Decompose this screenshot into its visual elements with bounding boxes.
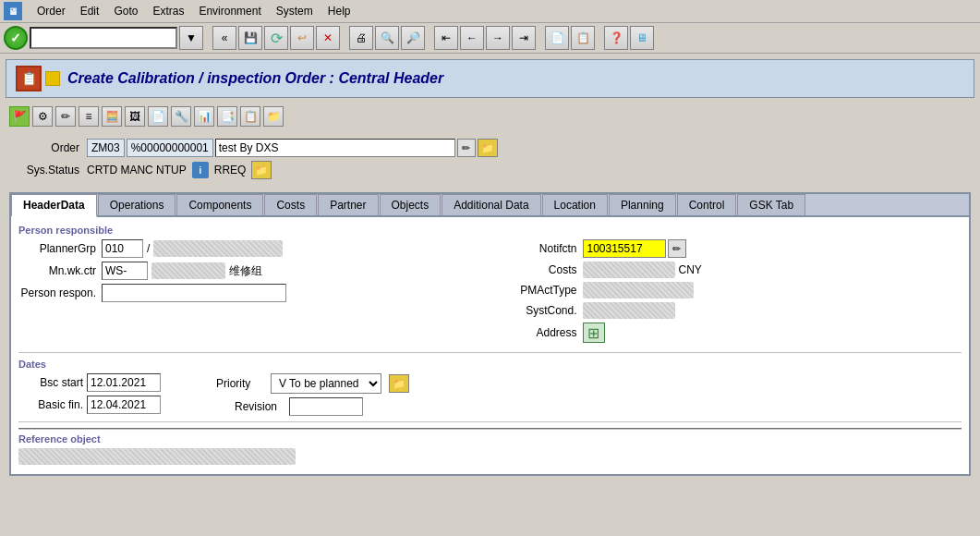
tab-planning[interactable]: Planning	[609, 194, 676, 215]
planner-grp-label: PlannerGrp	[18, 242, 102, 255]
nav2-btn[interactable]: 📋	[571, 26, 595, 50]
menu-extras[interactable]: Extras	[145, 3, 191, 19]
person-respon-input[interactable]	[102, 284, 286, 302]
sys-status-text: CRTD MANC NTUP	[87, 164, 187, 177]
tab-gsk[interactable]: GSK Tab	[737, 194, 805, 215]
menu-system[interactable]: System	[269, 3, 321, 19]
address-row: Address ⊞	[500, 323, 962, 343]
divider2	[18, 421, 962, 422]
priority-folder-btn[interactable]: 📁	[389, 374, 409, 393]
order-fields-area: Order ZM03 %00000000001 ✏ 📁 Sys.Status C…	[6, 135, 974, 187]
order-type: ZM03	[87, 139, 125, 157]
menu-goto[interactable]: Goto	[106, 3, 145, 19]
command-input[interactable]	[30, 27, 177, 49]
syst-cond-row: SystCond.	[500, 302, 962, 319]
order-value: ZM03 %00000000001 ✏ 📁	[87, 139, 498, 157]
menu-order[interactable]: Order	[30, 3, 73, 19]
priority-group: Priority V To be planned 📁	[216, 373, 409, 394]
mn-wk-ctr-prefix-input[interactable]	[102, 262, 148, 280]
pm-act-type-censored	[583, 282, 694, 298]
wrench-btn[interactable]: 🔧	[171, 106, 191, 127]
notifctn-label: Notifctn	[500, 242, 583, 255]
cancel-btn[interactable]: ✕	[316, 26, 340, 50]
folder2-btn[interactable]: 📁	[263, 106, 284, 127]
bsc-start-input[interactable]	[87, 373, 161, 392]
address-label: Address	[500, 326, 583, 339]
first-btn[interactable]: ⇤	[434, 26, 458, 50]
order-edit-btn[interactable]: ✏	[457, 139, 476, 157]
image-btn[interactable]: 🖼	[125, 106, 145, 127]
sys-status-value: CRTD MANC NTUP i RREQ 📁	[87, 161, 272, 179]
reference-object-section: Reference object	[18, 428, 962, 467]
back-btn[interactable]: «	[212, 26, 236, 50]
revision-group: Revision	[216, 397, 409, 416]
nav1-btn[interactable]: 📄	[545, 26, 569, 50]
undo-btn[interactable]: ↩	[290, 26, 314, 50]
doc-btn[interactable]: 📄	[148, 106, 168, 127]
info-icon[interactable]: i	[192, 162, 209, 178]
tab-objects[interactable]: Objects	[380, 194, 442, 215]
last-btn[interactable]: ⇥	[512, 26, 536, 50]
mn-wk-ctr-row: Mn.wk.ctr 维修组	[18, 262, 481, 280]
clipboard-btn[interactable]: 📋	[240, 106, 260, 127]
order-folder-btn[interactable]: 📁	[478, 139, 498, 157]
tools-btn[interactable]: ⚙	[32, 106, 53, 127]
dates-row: Bsc start Basic fin. Priority	[18, 373, 962, 416]
menu-help[interactable]: Help	[321, 3, 358, 19]
save-btn[interactable]: 💾	[238, 26, 262, 50]
menu-environment[interactable]: Environment	[191, 3, 268, 19]
planner-grp-input[interactable]	[102, 239, 143, 258]
help-btn[interactable]: ❓	[604, 26, 628, 50]
menu-edit[interactable]: Edit	[73, 3, 107, 19]
tab-components[interactable]: Components	[176, 194, 263, 215]
find-next-btn[interactable]: 🔎	[401, 26, 425, 50]
tab-partner[interactable]: Partner	[318, 194, 378, 215]
person-respon-label: Person respon.	[18, 286, 102, 299]
revision-label: Revision	[235, 400, 285, 413]
monitor-btn[interactable]: 🖥	[630, 26, 654, 50]
header-panel: 📋 Create Calibration / inspection Order …	[6, 59, 974, 98]
slash-sep: /	[143, 242, 153, 255]
notifctn-edit-btn[interactable]: ✏	[668, 239, 686, 258]
revision-input[interactable]	[289, 397, 363, 416]
order-row: Order ZM03 %00000000001 ✏ 📁	[9, 139, 971, 157]
edit-btn[interactable]: ✏	[55, 106, 76, 127]
ok-button[interactable]: ✓	[4, 26, 28, 50]
report-btn[interactable]: 📑	[217, 106, 237, 127]
dropdown-btn[interactable]: ▼	[179, 26, 203, 50]
order-number: %00000000001	[127, 139, 213, 157]
menu-bar: 🖥 Order Edit Goto Extras Environment Sys…	[0, 0, 980, 23]
person-responsible-label: Person responsible	[18, 225, 962, 236]
tab-location[interactable]: Location	[542, 194, 608, 215]
right-column: Notifctn 100315517 ✏ Costs CNY PMActType	[500, 239, 962, 347]
dates-section: Dates Bsc start Basic fin.	[18, 359, 962, 416]
sys-status-extra: RREQ	[214, 164, 247, 177]
print-btn[interactable]: 🖨	[349, 26, 373, 50]
priority-revision: Priority V To be planned 📁 Revision	[216, 373, 409, 416]
order-desc-input[interactable]	[215, 139, 455, 157]
tab-control[interactable]: Control	[677, 194, 737, 215]
planner-grp-row: PlannerGrp /	[18, 239, 481, 258]
prev-btn[interactable]: ←	[460, 26, 484, 50]
next-btn[interactable]: →	[486, 26, 510, 50]
costs-censored	[583, 262, 675, 278]
ref-object-content	[18, 448, 962, 467]
tab-additional-data[interactable]: Additional Data	[442, 194, 540, 215]
list-btn[interactable]: ≡	[79, 106, 99, 127]
status-folder-btn[interactable]: 📁	[251, 161, 272, 179]
calc-btn[interactable]: 🧮	[102, 106, 122, 127]
refresh-btn[interactable]: ⟳	[264, 26, 288, 50]
basic-fin-group: Basic fin.	[18, 396, 161, 414]
priority-select[interactable]: V To be planned	[271, 373, 381, 394]
address-add-btn[interactable]: ⊞	[583, 323, 605, 343]
notifctn-value: 100315517	[583, 239, 666, 258]
tab-operations[interactable]: Operations	[98, 194, 176, 215]
priority-label: Priority	[216, 377, 267, 390]
tab-headerdata[interactable]: HeaderData	[11, 194, 97, 217]
find-btn[interactable]: 🔍	[375, 26, 399, 50]
flag-btn[interactable]: 🚩	[9, 106, 30, 127]
basic-fin-input[interactable]	[87, 396, 161, 414]
chart-btn[interactable]: 📊	[194, 106, 214, 127]
tab-costs[interactable]: Costs	[264, 194, 317, 215]
pm-act-type-row: PMActType	[500, 282, 962, 298]
